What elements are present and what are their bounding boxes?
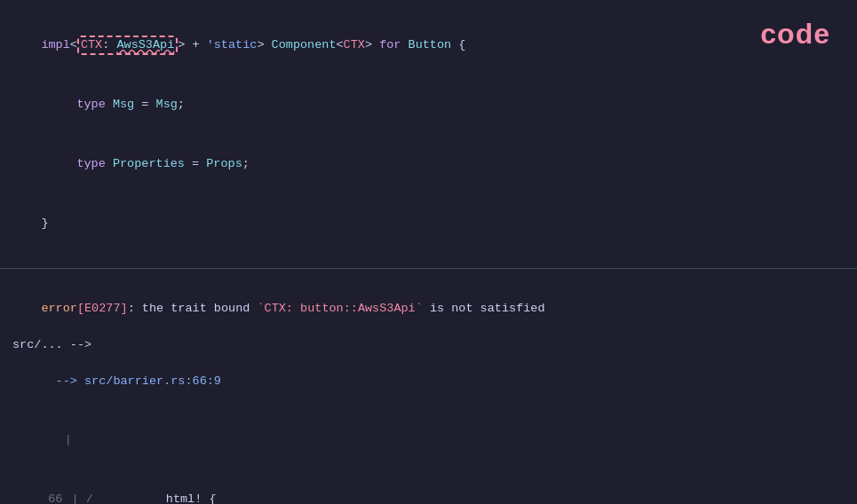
- error-header: error[E0277]: the trait bound `CTX: butt…: [12, 280, 845, 339]
- code-line-66: 66 | /html! {: [12, 470, 845, 504]
- section-divider: [0, 268, 857, 269]
- impl-keyword: impl: [41, 39, 69, 52]
- closing-brace: }: [12, 194, 845, 254]
- error-section: error[E0277]: the trait bound `CTX: butt…: [0, 272, 857, 504]
- ctx-box: CTX: AwsS3Api: [77, 35, 178, 55]
- type-properties-line: type Properties = Props;: [12, 135, 845, 194]
- code-section: code impl<CTX: AwsS3Api> + 'static> Comp…: [0, 9, 857, 264]
- impl-line: impl<CTX: AwsS3Api> + 'static> Component…: [12, 16, 845, 75]
- code-label: code: [760, 18, 830, 51]
- error-location: --> src/barrier.rs:66:9: [12, 351, 845, 411]
- type-msg-line: type Msg = Msg;: [12, 75, 845, 135]
- blank-pipe-1: |: [12, 411, 845, 470]
